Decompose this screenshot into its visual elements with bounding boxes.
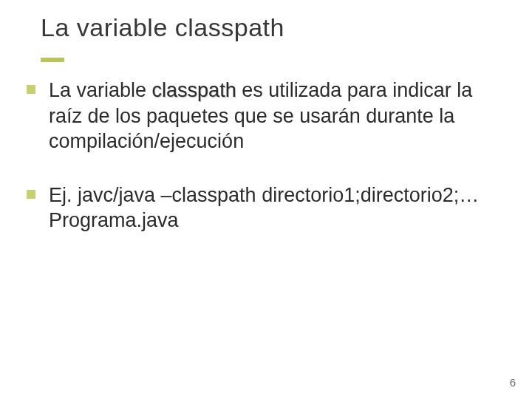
slide: La variable classpath La variable classp… [0, 0, 532, 399]
bullet-text-pre: Ej. javc/java –classpath directorio1;dir… [49, 184, 479, 232]
title-block: La variable classpath [41, 13, 284, 42]
square-bullet-icon [27, 190, 35, 199]
bullet-text-pre: La variable [49, 79, 152, 101]
list-item: La variable classpath es utilizada para … [27, 78, 502, 154]
bullet-text: La variable classpath es utilizada para … [49, 78, 502, 154]
slide-body: La variable classpath es utilizada para … [27, 78, 502, 262]
bullet-text: Ej. javc/java –classpath directorio1;dir… [49, 183, 502, 233]
square-bullet-icon [27, 85, 35, 94]
keyword-classpath: classpath [152, 79, 236, 101]
page-number: 6 [510, 376, 516, 389]
slide-title: La variable classpath [41, 13, 284, 42]
title-accent-bar [41, 58, 64, 62]
list-item: Ej. javc/java –classpath directorio1;dir… [27, 183, 502, 233]
